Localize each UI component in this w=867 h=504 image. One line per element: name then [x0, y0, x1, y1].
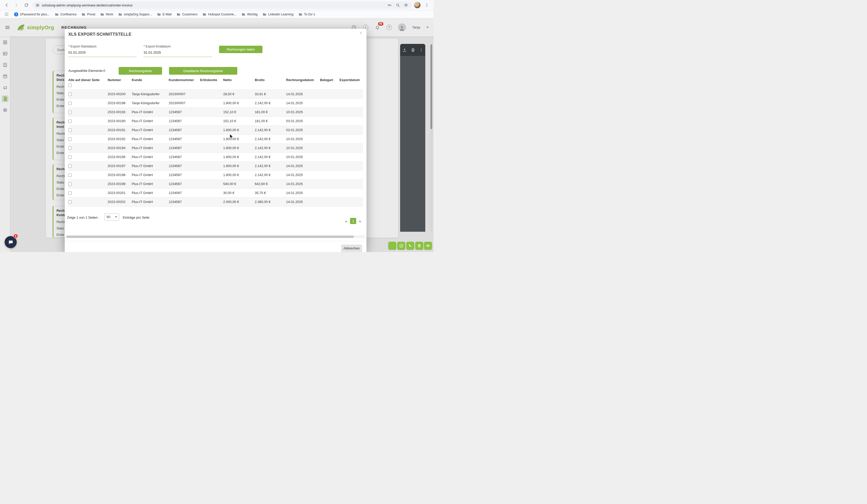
invoice-row: 2023-00191Plus-IT GmbH 1234567 1.800,00 … — [68, 125, 363, 134]
folder-icon — [157, 12, 161, 17]
forward-icon[interactable] — [13, 1, 20, 9]
bookmark-todos[interactable]: To Do´s — [298, 12, 315, 17]
row-checkbox[interactable] — [68, 92, 72, 96]
row-checkbox[interactable] — [68, 129, 72, 132]
export-end-field: * Export-Enddatum 31.01.2025 — [143, 45, 212, 57]
modal-title: XLS EXPORT-SCHNITTSTELLE — [68, 32, 131, 37]
per-page-label: Einträge pro Seite — [123, 216, 149, 219]
pager-page-1[interactable]: 1 — [350, 218, 356, 224]
invoice-row: 2023-00195Plus-IT GmbH 1234567 1.800,00 … — [68, 152, 363, 162]
row-checkbox[interactable] — [68, 164, 72, 168]
invoice-list-button[interactable]: Rechnungsliste — [119, 67, 162, 75]
invoice-row: 2023-00192Plus-IT GmbH 1234567 1.800,00 … — [68, 134, 363, 143]
invoice-row: 2023-00201Plus-IT GmbH 1234567 30,00 €35… — [68, 188, 363, 197]
refresh-icon[interactable] — [23, 1, 30, 9]
modal-footer: Abbrechen — [65, 241, 366, 252]
export-start-input[interactable]: 01.01.2025 — [68, 51, 137, 57]
row-checkbox[interactable] — [68, 138, 72, 141]
row-checkbox[interactable] — [68, 200, 72, 204]
invoice-row: 2023-00202Plus-IT GmbH 1234567 2.000,00 … — [68, 197, 363, 206]
cancel-button[interactable]: Abbrechen — [341, 244, 362, 252]
bookmark-email[interactable]: E-Mail — [157, 12, 172, 17]
site-settings-icon[interactable] — [35, 3, 40, 8]
password-manager-icon[interactable] — [387, 3, 392, 8]
tasks-button[interactable] — [397, 242, 405, 250]
invoice-row: 2023-00199Plus-IT GmbH 1234567 540,00 €6… — [68, 179, 363, 188]
bookmark-simplyorg-support[interactable]: simplyOrg Suppor... — [118, 12, 152, 17]
col-header-rechnungsdatum: Rechnungsdatum — [286, 78, 320, 90]
folder-icon — [176, 12, 181, 17]
load-invoices-button[interactable]: Rechnungen laden — [219, 46, 263, 53]
row-checkbox[interactable] — [68, 191, 72, 195]
call-button[interactable] — [406, 242, 414, 250]
col-header-nummer: Nummer — [108, 78, 132, 90]
browser-profile-avatar[interactable] — [414, 2, 421, 9]
eye-icon — [426, 243, 430, 248]
col-header-kunde: Kunde — [132, 78, 169, 90]
pager-last-button[interactable]: » — [357, 218, 363, 224]
bookmark-privat[interactable]: Privat — [82, 12, 95, 17]
folder-icon — [118, 12, 122, 17]
invoice-row: 2023-00196Tanja Königsdorfer 202300007 1… — [68, 99, 363, 108]
row-checkbox[interactable] — [68, 174, 72, 177]
row-checkbox[interactable] — [68, 183, 72, 186]
invoice-row: 2023-00198Plus-IT GmbH 1234567 1.800,00 … — [68, 171, 363, 179]
col-header-belegart: Belegart — [320, 78, 340, 90]
view-button[interactable] — [424, 242, 432, 250]
invoice-row: 2023-00197Plus-IT GmbH 1234567 1.800,00 … — [68, 162, 363, 171]
per-page-select[interactable]: 50 — [105, 213, 119, 221]
horizontal-scrollbar[interactable] — [66, 235, 365, 238]
edit-button[interactable] — [388, 242, 396, 250]
scrollbar-thumb[interactable] — [66, 235, 354, 238]
row-checkbox[interactable] — [68, 120, 72, 123]
pagination: « 1 » — [343, 218, 363, 224]
pagination-summary: Zeige 1 von 1 Seiten — [67, 216, 98, 219]
col-header-brutto: Brutto — [255, 78, 286, 90]
invoice-table: Alle auf dieser Seite Nummer Kunde Kunde… — [68, 78, 363, 207]
folder-icon — [263, 12, 267, 17]
bookmark-wichtig[interactable]: Wichtig — [242, 12, 258, 17]
selected-count-label: Ausgewählte Elemente:0 — [68, 69, 105, 73]
url-text: schulung-admin.simplyorg-seminare.de/de/… — [42, 3, 385, 7]
bookmark-1password[interactable]: 11Password für plus... — [14, 12, 50, 17]
browser-menu-icon[interactable] — [423, 1, 430, 9]
chat-badge: 1 — [13, 234, 18, 238]
export-end-input[interactable]: 31.01.2025 — [143, 51, 212, 57]
mouse-cursor — [229, 134, 234, 139]
check-square-icon — [399, 243, 404, 248]
pager-first-button[interactable]: « — [343, 218, 349, 224]
apps-grid-icon[interactable] — [3, 12, 9, 17]
delete-button[interactable] — [415, 242, 423, 250]
browser-toolbar: schulung-admin.simplyorg-seminare.de/de/… — [0, 0, 434, 11]
invoice-row: 2023-00194Plus-IT GmbH 1234567 1.800,00 … — [68, 143, 363, 152]
bookmark-customers[interactable]: Customers — [176, 12, 197, 17]
folder-icon — [100, 12, 104, 17]
folder-icon — [82, 12, 86, 17]
bookmark-work[interactable]: Work — [100, 12, 113, 17]
close-icon[interactable]: × — [358, 29, 363, 37]
chat-bubble-icon — [8, 239, 14, 245]
back-icon[interactable] — [3, 1, 10, 9]
folder-icon — [202, 12, 206, 17]
url-bar[interactable]: schulung-admin.simplyorg-seminare.de/de/… — [32, 1, 411, 9]
folder-icon — [242, 12, 246, 17]
bookmark-confluence[interactable]: Confluence — [55, 12, 76, 17]
row-checkbox[interactable] — [68, 111, 72, 114]
bookmark-hubspot[interactable]: Hubspot Custome... — [202, 12, 236, 17]
invoice-row: 2023-00190Plus-IT GmbH 1234567 152,10 €1… — [68, 117, 363, 125]
export-start-field: * Export-Startdatum 01.01.2025 — [68, 45, 137, 57]
col-header-kundennummer: Kundennummer — [169, 78, 200, 90]
row-checkbox[interactable] — [68, 155, 72, 159]
select-all-checkbox[interactable] — [68, 84, 72, 87]
chevron-down-icon — [115, 216, 117, 218]
bookmark-star-icon[interactable] — [404, 3, 408, 8]
row-checkbox[interactable] — [68, 146, 72, 150]
1password-icon: 1 — [14, 12, 18, 17]
row-checkbox[interactable] — [68, 102, 72, 105]
col-header-exportdatum: Exportdatum — [340, 78, 363, 90]
folder-icon — [55, 12, 59, 17]
export-end-label: * Export-Enddatum — [143, 45, 212, 48]
detailed-invoice-list-button[interactable]: Detaillierte Rechnungsliste — [169, 67, 237, 75]
bookmark-linkedin-learning[interactable]: Linkedin Learning — [263, 12, 293, 17]
zoom-icon[interactable] — [396, 3, 400, 8]
